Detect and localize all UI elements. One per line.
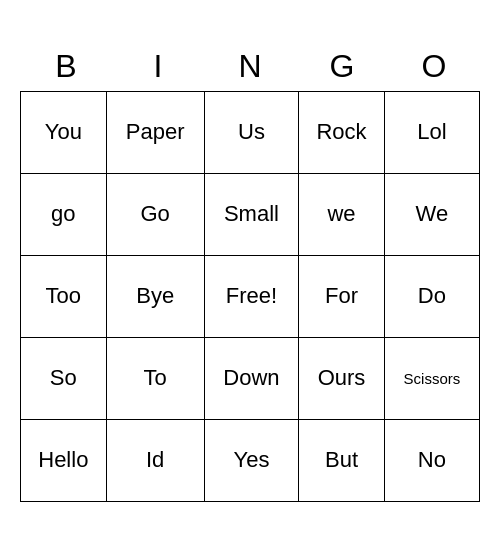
header-letter-g: G xyxy=(296,42,388,91)
bingo-grid: YouPaperUsRockLolgoGoSmallweWeTooByeFree… xyxy=(20,91,480,502)
cell-r4-c2: Yes xyxy=(204,419,299,501)
cell-r2-c1: Bye xyxy=(106,255,204,337)
cell-r1-c4: We xyxy=(384,173,479,255)
cell-r0-c1: Paper xyxy=(106,91,204,173)
cell-r3-c2: Down xyxy=(204,337,299,419)
header-letter-n: N xyxy=(204,42,296,91)
cell-r3-c3: Ours xyxy=(299,337,385,419)
cell-r2-c4: Do xyxy=(384,255,479,337)
cell-r4-c4: No xyxy=(384,419,479,501)
table-row: SoToDownOursScissors xyxy=(21,337,480,419)
cell-r0-c2: Us xyxy=(204,91,299,173)
cell-r1-c2: Small xyxy=(204,173,299,255)
table-row: HelloIdYesButNo xyxy=(21,419,480,501)
bingo-header: BINGO xyxy=(20,42,480,91)
cell-r0-c0: You xyxy=(21,91,107,173)
header-letter-b: B xyxy=(20,42,112,91)
cell-r0-c4: Lol xyxy=(384,91,479,173)
cell-r2-c2: Free! xyxy=(204,255,299,337)
cell-r0-c3: Rock xyxy=(299,91,385,173)
cell-r4-c0: Hello xyxy=(21,419,107,501)
table-row: YouPaperUsRockLol xyxy=(21,91,480,173)
cell-r3-c0: So xyxy=(21,337,107,419)
cell-r2-c3: For xyxy=(299,255,385,337)
cell-r1-c3: we xyxy=(299,173,385,255)
cell-r1-c0: go xyxy=(21,173,107,255)
table-row: goGoSmallweWe xyxy=(21,173,480,255)
table-row: TooByeFree!ForDo xyxy=(21,255,480,337)
header-letter-o: O xyxy=(388,42,480,91)
cell-r3-c4: Scissors xyxy=(384,337,479,419)
cell-r4-c1: Id xyxy=(106,419,204,501)
header-letter-i: I xyxy=(112,42,204,91)
cell-r1-c1: Go xyxy=(106,173,204,255)
cell-r3-c1: To xyxy=(106,337,204,419)
cell-r4-c3: But xyxy=(299,419,385,501)
bingo-card: BINGO YouPaperUsRockLolgoGoSmallweWeTooB… xyxy=(20,42,480,502)
cell-r2-c0: Too xyxy=(21,255,107,337)
